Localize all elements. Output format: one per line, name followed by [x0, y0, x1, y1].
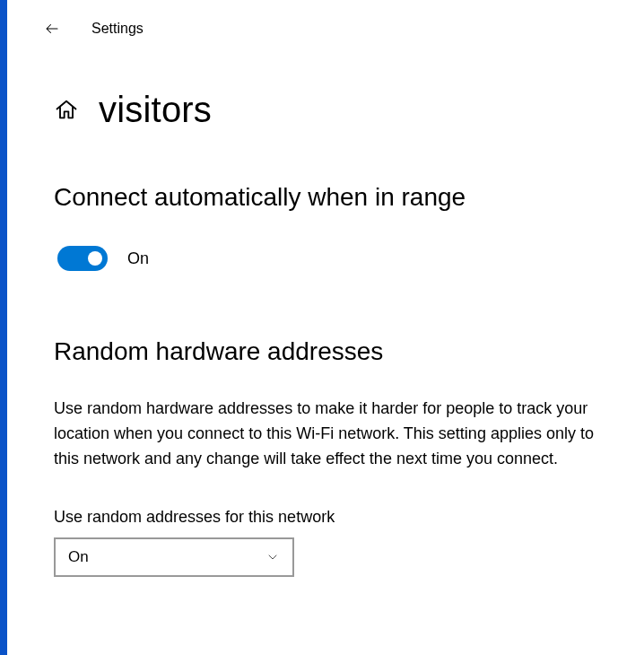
toggle-knob [88, 251, 102, 266]
settings-window: Settings visitors Connect automatically … [0, 0, 644, 655]
section-heading-connect: Connect automatically when in range [54, 183, 608, 212]
page-title-row: visitors [54, 92, 608, 127]
dropdown-selected-value: On [68, 548, 89, 566]
random-addresses-dropdown[interactable]: On [54, 537, 294, 577]
back-button[interactable] [34, 11, 70, 47]
page-body: visitors Connect automatically when in r… [7, 56, 644, 577]
chevron-down-icon [265, 550, 280, 564]
back-arrow-icon [44, 21, 60, 37]
random-field-label: Use random addresses for this network [54, 508, 608, 527]
window-header: Settings [7, 0, 644, 56]
home-icon[interactable] [54, 97, 79, 122]
section-heading-random: Random hardware addresses [54, 337, 608, 366]
connect-toggle-row: On [54, 246, 608, 271]
random-description: Use random hardware addresses to make it… [54, 397, 601, 472]
connect-toggle-state-label: On [127, 249, 149, 268]
app-title: Settings [91, 22, 144, 36]
page-title: visitors [99, 92, 212, 127]
connect-automatically-toggle[interactable] [57, 246, 108, 271]
